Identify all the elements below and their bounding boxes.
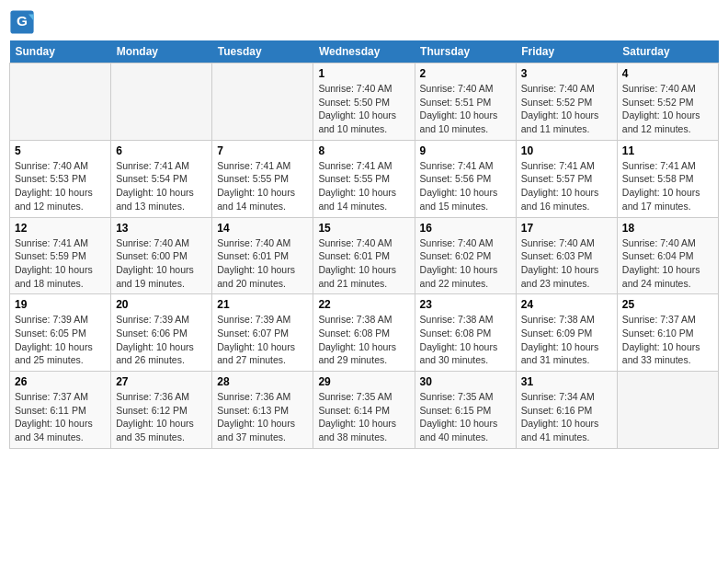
day-info: Sunrise: 7:38 AMSunset: 6:08 PMDaylight:… xyxy=(318,313,409,367)
day-info: Sunrise: 7:39 AMSunset: 6:06 PMDaylight:… xyxy=(116,313,207,367)
day-info: Sunrise: 7:36 AMSunset: 6:13 PMDaylight:… xyxy=(217,390,308,444)
calendar-cell: 28Sunrise: 7:36 AMSunset: 6:13 PMDayligh… xyxy=(212,372,313,449)
day-info: Sunrise: 7:36 AMSunset: 6:12 PMDaylight:… xyxy=(116,390,207,444)
day-info: Sunrise: 7:40 AMSunset: 5:50 PMDaylight:… xyxy=(318,82,409,136)
calendar-cell: 13Sunrise: 7:40 AMSunset: 6:00 PMDayligh… xyxy=(111,217,212,294)
day-info: Sunrise: 7:34 AMSunset: 6:16 PMDaylight:… xyxy=(521,390,612,444)
day-info: Sunrise: 7:40 AMSunset: 5:53 PMDaylight:… xyxy=(15,159,106,213)
day-number: 17 xyxy=(521,222,612,235)
calendar-cell: 18Sunrise: 7:40 AMSunset: 6:04 PMDayligh… xyxy=(617,217,718,294)
calendar-cell: 10Sunrise: 7:41 AMSunset: 5:57 PMDayligh… xyxy=(516,140,617,217)
day-number: 8 xyxy=(318,144,409,157)
day-info: Sunrise: 7:41 AMSunset: 5:55 PMDaylight:… xyxy=(217,159,308,213)
day-info: Sunrise: 7:40 AMSunset: 6:01 PMDaylight:… xyxy=(318,236,409,291)
day-number: 3 xyxy=(521,67,612,80)
page-header: G xyxy=(9,9,719,35)
day-info: Sunrise: 7:35 AMSunset: 6:14 PMDaylight:… xyxy=(318,390,409,444)
header-day-sunday: Sunday xyxy=(10,40,111,63)
day-info: Sunrise: 7:40 AMSunset: 6:03 PMDaylight:… xyxy=(521,236,612,291)
day-number: 31 xyxy=(521,375,612,388)
calendar-cell: 23Sunrise: 7:38 AMSunset: 6:08 PMDayligh… xyxy=(415,294,516,372)
day-number: 23 xyxy=(420,298,511,311)
week-row-2: 5Sunrise: 7:40 AMSunset: 5:53 PMDaylight… xyxy=(10,140,719,217)
calendar-cell: 6Sunrise: 7:41 AMSunset: 5:54 PMDaylight… xyxy=(111,140,212,217)
calendar-cell: 31Sunrise: 7:34 AMSunset: 6:16 PMDayligh… xyxy=(516,372,617,449)
calendar-cell: 9Sunrise: 7:41 AMSunset: 5:56 PMDaylight… xyxy=(415,140,516,217)
day-info: Sunrise: 7:41 AMSunset: 5:54 PMDaylight:… xyxy=(116,159,207,213)
header-day-thursday: Thursday xyxy=(415,40,516,63)
day-number: 4 xyxy=(622,67,713,80)
calendar-cell: 20Sunrise: 7:39 AMSunset: 6:06 PMDayligh… xyxy=(111,294,212,372)
calendar-cell: 12Sunrise: 7:41 AMSunset: 5:59 PMDayligh… xyxy=(10,217,111,294)
day-info: Sunrise: 7:40 AMSunset: 5:51 PMDaylight:… xyxy=(420,82,511,136)
calendar-cell: 2Sunrise: 7:40 AMSunset: 5:51 PMDaylight… xyxy=(415,63,516,141)
day-number: 25 xyxy=(622,298,713,311)
day-number: 9 xyxy=(420,144,511,157)
calendar-cell: 29Sunrise: 7:35 AMSunset: 6:14 PMDayligh… xyxy=(313,372,415,449)
day-info: Sunrise: 7:38 AMSunset: 6:08 PMDaylight:… xyxy=(420,313,511,367)
day-number: 12 xyxy=(15,222,106,235)
day-number: 10 xyxy=(521,144,612,157)
logo: G xyxy=(9,9,39,35)
day-info: Sunrise: 7:41 AMSunset: 5:55 PMDaylight:… xyxy=(318,159,409,213)
logo-icon: G xyxy=(9,9,35,35)
calendar-cell: 11Sunrise: 7:41 AMSunset: 5:58 PMDayligh… xyxy=(617,140,718,217)
calendar-cell: 25Sunrise: 7:37 AMSunset: 6:10 PMDayligh… xyxy=(617,294,718,372)
day-number: 16 xyxy=(420,222,511,235)
day-number: 18 xyxy=(622,222,713,235)
day-number: 24 xyxy=(521,298,612,311)
calendar-cell: 21Sunrise: 7:39 AMSunset: 6:07 PMDayligh… xyxy=(212,294,313,372)
calendar-cell: 1Sunrise: 7:40 AMSunset: 5:50 PMDaylight… xyxy=(313,63,415,141)
day-number: 22 xyxy=(318,298,409,311)
day-info: Sunrise: 7:40 AMSunset: 6:02 PMDaylight:… xyxy=(420,236,511,291)
calendar-cell: 15Sunrise: 7:40 AMSunset: 6:01 PMDayligh… xyxy=(313,217,415,294)
day-number: 5 xyxy=(15,144,106,157)
week-row-3: 12Sunrise: 7:41 AMSunset: 5:59 PMDayligh… xyxy=(10,217,719,294)
day-info: Sunrise: 7:41 AMSunset: 5:56 PMDaylight:… xyxy=(420,159,511,213)
calendar-cell: 8Sunrise: 7:41 AMSunset: 5:55 PMDaylight… xyxy=(313,140,415,217)
calendar-cell xyxy=(111,63,212,141)
svg-text:G: G xyxy=(17,13,28,29)
day-number: 28 xyxy=(217,375,308,388)
day-number: 21 xyxy=(217,298,308,311)
calendar-cell: 14Sunrise: 7:40 AMSunset: 6:01 PMDayligh… xyxy=(212,217,313,294)
calendar-cell: 24Sunrise: 7:38 AMSunset: 6:09 PMDayligh… xyxy=(516,294,617,372)
calendar-cell xyxy=(10,63,111,141)
day-number: 20 xyxy=(116,298,207,311)
day-info: Sunrise: 7:35 AMSunset: 6:15 PMDaylight:… xyxy=(420,390,511,444)
calendar-cell: 22Sunrise: 7:38 AMSunset: 6:08 PMDayligh… xyxy=(313,294,415,372)
calendar-cell xyxy=(617,372,718,449)
day-number: 19 xyxy=(15,298,106,311)
calendar-cell: 4Sunrise: 7:40 AMSunset: 5:52 PMDaylight… xyxy=(617,63,718,141)
day-number: 26 xyxy=(15,375,106,388)
header-day-monday: Monday xyxy=(111,40,212,63)
day-info: Sunrise: 7:40 AMSunset: 6:01 PMDaylight:… xyxy=(217,236,308,291)
day-number: 14 xyxy=(217,222,308,235)
calendar-cell: 27Sunrise: 7:36 AMSunset: 6:12 PMDayligh… xyxy=(111,372,212,449)
day-info: Sunrise: 7:40 AMSunset: 5:52 PMDaylight:… xyxy=(622,82,713,136)
header-row: SundayMondayTuesdayWednesdayThursdayFrid… xyxy=(10,40,719,63)
calendar-cell: 7Sunrise: 7:41 AMSunset: 5:55 PMDaylight… xyxy=(212,140,313,217)
calendar-cell: 17Sunrise: 7:40 AMSunset: 6:03 PMDayligh… xyxy=(516,217,617,294)
calendar-cell: 5Sunrise: 7:40 AMSunset: 5:53 PMDaylight… xyxy=(10,140,111,217)
header-day-saturday: Saturday xyxy=(617,40,718,63)
day-number: 6 xyxy=(116,144,207,157)
day-info: Sunrise: 7:40 AMSunset: 6:00 PMDaylight:… xyxy=(116,236,207,291)
header-day-wednesday: Wednesday xyxy=(313,40,415,63)
day-info: Sunrise: 7:41 AMSunset: 5:58 PMDaylight:… xyxy=(622,159,713,213)
week-row-5: 26Sunrise: 7:37 AMSunset: 6:11 PMDayligh… xyxy=(10,372,719,449)
day-number: 7 xyxy=(217,144,308,157)
day-number: 29 xyxy=(318,375,409,388)
week-row-1: 1Sunrise: 7:40 AMSunset: 5:50 PMDaylight… xyxy=(10,63,719,141)
day-info: Sunrise: 7:40 AMSunset: 5:52 PMDaylight:… xyxy=(521,82,612,136)
calendar-table: SundayMondayTuesdayWednesdayThursdayFrid… xyxy=(9,40,719,449)
day-info: Sunrise: 7:41 AMSunset: 5:57 PMDaylight:… xyxy=(521,159,612,213)
day-number: 2 xyxy=(420,67,511,80)
day-number: 11 xyxy=(622,144,713,157)
day-info: Sunrise: 7:37 AMSunset: 6:10 PMDaylight:… xyxy=(622,313,713,367)
day-number: 27 xyxy=(116,375,207,388)
day-info: Sunrise: 7:41 AMSunset: 5:59 PMDaylight:… xyxy=(15,236,106,291)
header-day-friday: Friday xyxy=(516,40,617,63)
day-info: Sunrise: 7:37 AMSunset: 6:11 PMDaylight:… xyxy=(15,390,106,444)
day-number: 15 xyxy=(318,222,409,235)
